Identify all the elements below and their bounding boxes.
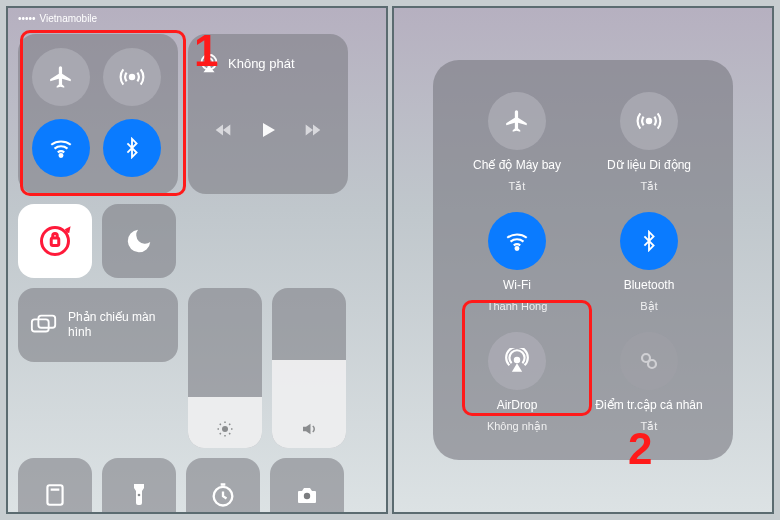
dnd-toggle[interactable] bbox=[102, 204, 176, 278]
pane-left: ••••• Vietnamobile 1 bbox=[6, 6, 388, 514]
app-shortcut-grid bbox=[18, 458, 376, 514]
exp-bluetooth-label: Bluetooth bbox=[624, 278, 675, 292]
camera-icon bbox=[293, 483, 321, 507]
lock-rotation-icon bbox=[37, 223, 73, 259]
calculator-button[interactable] bbox=[18, 458, 92, 514]
exp-wifi-label: Wi-Fi bbox=[503, 278, 531, 292]
bluetooth-icon bbox=[638, 230, 660, 252]
rewind-icon bbox=[212, 119, 234, 141]
timer-icon bbox=[209, 481, 237, 509]
timer-button[interactable] bbox=[186, 458, 260, 514]
exp-airplane-toggle[interactable]: Chế độ Máy bay Tắt bbox=[451, 82, 583, 202]
annotation-box-1 bbox=[20, 30, 186, 196]
camera-button[interactable] bbox=[270, 458, 344, 514]
carrier-dots-icon: ••••• bbox=[18, 13, 36, 24]
play-button[interactable] bbox=[256, 118, 280, 142]
annotation-step-1: 1 bbox=[194, 26, 218, 76]
status-bar: ••••• Vietnamobile bbox=[8, 8, 386, 28]
exp-hotspot-label: Điểm tr.cập cá nhân bbox=[595, 398, 702, 412]
exp-bluetooth-toggle[interactable]: Bluetooth Bật bbox=[583, 202, 715, 322]
wifi-icon bbox=[504, 228, 530, 254]
svg-rect-6 bbox=[32, 319, 49, 331]
svg-point-10 bbox=[138, 494, 141, 497]
svg-rect-5 bbox=[51, 238, 59, 246]
forward-icon bbox=[302, 119, 324, 141]
moon-icon bbox=[124, 226, 154, 256]
pane-right: Chế độ Máy bay Tắt Dữ liệu Di động Tắt W… bbox=[392, 6, 774, 514]
airplane-icon bbox=[504, 108, 530, 134]
exp-airplane-label: Chế độ Máy bay bbox=[473, 158, 561, 172]
carrier-name: Vietnamobile bbox=[40, 13, 98, 24]
annotation-box-2 bbox=[462, 300, 592, 416]
sun-icon bbox=[216, 420, 234, 438]
status-carrier: ••••• Vietnamobile bbox=[18, 13, 97, 24]
svg-point-20 bbox=[516, 247, 519, 250]
mirror-icon bbox=[30, 313, 58, 337]
svg-rect-7 bbox=[38, 316, 55, 328]
exp-cellular-toggle[interactable]: Dữ liệu Di động Tắt bbox=[583, 82, 715, 202]
orientation-lock-toggle[interactable] bbox=[18, 204, 92, 278]
annotation-step-2: 2 bbox=[628, 424, 652, 474]
speaker-icon bbox=[300, 420, 318, 438]
svg-point-12 bbox=[304, 493, 310, 499]
exp-airplane-status: Tắt bbox=[509, 180, 526, 193]
calculator-icon bbox=[42, 482, 68, 508]
brightness-slider[interactable] bbox=[188, 288, 262, 448]
cellular-icon bbox=[636, 108, 662, 134]
exp-cellular-status: Tắt bbox=[641, 180, 658, 193]
flashlight-button[interactable] bbox=[102, 458, 176, 514]
screen-mirroring-button[interactable]: Phản chiếu màn hình bbox=[18, 288, 178, 362]
svg-point-8 bbox=[222, 426, 228, 432]
svg-point-23 bbox=[648, 360, 656, 368]
exp-bluetooth-status: Bật bbox=[640, 300, 657, 313]
flashlight-icon bbox=[127, 481, 151, 509]
mirror-label: Phản chiếu màn hình bbox=[68, 310, 166, 340]
hotspot-icon bbox=[637, 349, 661, 373]
forward-button[interactable] bbox=[302, 119, 324, 141]
svg-point-4 bbox=[42, 228, 69, 255]
play-icon bbox=[256, 118, 280, 142]
svg-point-19 bbox=[647, 118, 651, 122]
exp-cellular-label: Dữ liệu Di động bbox=[607, 158, 691, 172]
rewind-button[interactable] bbox=[212, 119, 234, 141]
media-title: Không phát bbox=[228, 56, 295, 71]
exp-airdrop-status: Không nhận bbox=[487, 420, 547, 433]
volume-slider[interactable] bbox=[272, 288, 346, 448]
